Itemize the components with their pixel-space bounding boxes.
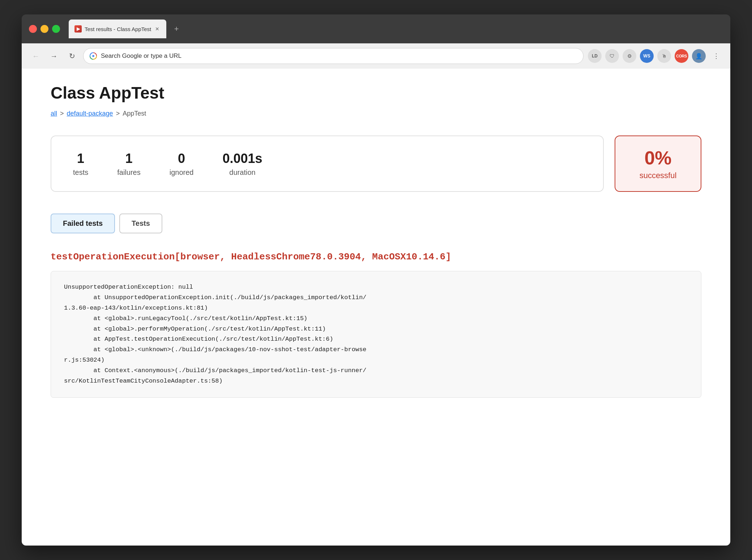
google-icon — [89, 52, 97, 60]
extension-shield-icon[interactable]: 🛡 — [605, 49, 619, 63]
failed-tests-tab[interactable]: Failed tests — [51, 214, 115, 233]
browser-toolbar: ← → ↻ Search Google or type a URL LD 🛡 ⚙… — [22, 43, 730, 69]
page-content: Class AppTest all > default-package > Ap… — [22, 69, 730, 546]
duration-label: duration — [222, 168, 262, 177]
extension-gear-icon[interactable]: ⚙ — [623, 49, 636, 63]
tab-favicon-icon: ▶ — [74, 25, 82, 33]
stat-duration: 0.001s duration — [222, 151, 262, 177]
back-button[interactable]: ← — [29, 49, 43, 63]
breadcrumb-sep-2: > — [116, 110, 120, 117]
success-card: 0% successful — [615, 135, 701, 192]
tab-bar: ▶ Test results - Class AppTest ✕ + — [69, 20, 723, 38]
reload-button[interactable]: ↻ — [65, 49, 79, 63]
address-bar-text: Search Google or type a URL — [101, 52, 181, 60]
tests-value: 1 — [73, 151, 88, 166]
failures-label: failures — [117, 168, 140, 177]
tab-buttons: Failed tests Tests — [51, 214, 701, 233]
traffic-lights — [29, 25, 60, 33]
svg-point-2 — [92, 55, 94, 57]
tab-close-button[interactable]: ✕ — [154, 26, 161, 32]
active-tab[interactable]: ▶ Test results - Class AppTest ✕ — [69, 20, 166, 38]
new-tab-button[interactable]: + — [169, 22, 184, 36]
close-button[interactable] — [29, 25, 37, 33]
tab-title: Test results - Class AppTest — [85, 26, 151, 32]
failures-value: 1 — [117, 151, 140, 166]
minimize-button[interactable] — [40, 25, 48, 33]
breadcrumb-all-link[interactable]: all — [51, 110, 57, 117]
breadcrumb-current: AppTest — [123, 110, 146, 117]
page-title: Class AppTest — [51, 83, 701, 103]
extension-ld-icon[interactable]: LD — [588, 49, 602, 63]
tests-label: tests — [73, 168, 88, 177]
forward-button[interactable]: → — [47, 49, 61, 63]
ignored-value: 0 — [170, 151, 194, 166]
stacktrace-block: UnsupportedOperationException: null at U… — [51, 271, 701, 398]
tests-tab[interactable]: Tests — [119, 214, 162, 233]
duration-value: 0.001s — [222, 151, 262, 166]
extension-mouse-icon[interactable]: 🖱 — [657, 49, 671, 63]
browser-frame: ▶ Test results - Class AppTest ✕ + ← → ↻… — [22, 14, 730, 546]
breadcrumb-package-link[interactable]: default-package — [67, 110, 113, 117]
stats-card: 1 tests 1 failures 0 ignored 0.001s dura… — [51, 135, 604, 192]
failed-test-heading: testOperationExecution[browser, Headless… — [51, 251, 701, 262]
stat-ignored: 0 ignored — [170, 151, 194, 177]
maximize-button[interactable] — [52, 25, 60, 33]
stat-tests: 1 tests — [73, 151, 88, 177]
ignored-label: ignored — [170, 168, 194, 177]
menu-button[interactable]: ⋮ — [709, 49, 723, 63]
success-label: successful — [640, 171, 677, 180]
success-percent: 0% — [644, 147, 671, 169]
breadcrumb-sep-1: > — [60, 110, 64, 117]
toolbar-icons: LD 🛡 ⚙ WS 🖱 CORS 👤 ⋮ — [588, 49, 723, 63]
stat-failures: 1 failures — [117, 151, 140, 177]
user-avatar-icon[interactable]: 👤 — [692, 49, 706, 63]
breadcrumb: all > default-package > AppTest — [51, 110, 701, 117]
extension-cors-icon[interactable]: CORS — [675, 49, 688, 63]
extension-ws-icon[interactable]: WS — [640, 49, 654, 63]
address-bar[interactable]: Search Google or type a URL — [83, 48, 584, 64]
titlebar: ▶ Test results - Class AppTest ✕ + — [22, 14, 730, 43]
stats-row: 1 tests 1 failures 0 ignored 0.001s dura… — [51, 135, 701, 192]
